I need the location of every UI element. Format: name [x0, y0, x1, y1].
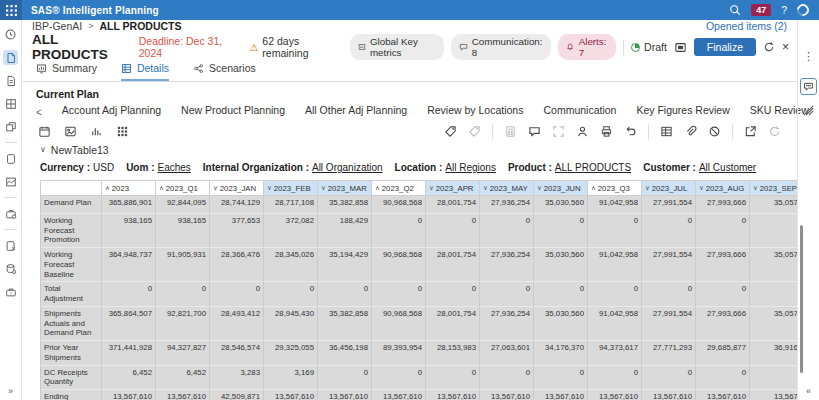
grid-cell[interactable]: 0 — [534, 282, 588, 306]
grid-cell[interactable]: 35,030,560 — [534, 248, 588, 282]
subtab-key-figures-review[interactable]: Key Figures Review — [636, 104, 729, 121]
grid-cell[interactable]: 938,165 — [156, 214, 210, 248]
grid-cell[interactable]: 27,991,554 — [642, 307, 696, 341]
sync-icon[interactable] — [768, 125, 781, 138]
grid-cell[interactable]: 27,993,666 — [696, 196, 750, 214]
filter-value[interactable]: Eaches — [157, 162, 190, 173]
comments-panel-button[interactable] — [800, 78, 817, 95]
grid-cell[interactable]: 13,567,610 — [102, 390, 156, 400]
column-header-2023-feb[interactable]: ∨2023_FEB — [264, 180, 318, 196]
grid-cell[interactable] — [750, 282, 797, 306]
history-icon[interactable] — [3, 27, 18, 42]
panel-view-button[interactable] — [674, 41, 687, 54]
collapse-caret-icon[interactable]: ∧ — [105, 184, 110, 192]
grid-cell[interactable]: 27,991,554 — [642, 248, 696, 282]
column-header-2023-jan[interactable]: ∨2023_JAN — [210, 180, 264, 196]
grid-cell[interactable]: 0 — [318, 366, 372, 390]
grid-cell[interactable]: 365,886,901 — [102, 196, 156, 214]
export-icon[interactable] — [744, 125, 757, 138]
grid-cell[interactable]: 13,567,610 — [534, 390, 588, 400]
expand-caret-icon[interactable]: ∨ — [267, 184, 272, 192]
filter-value[interactable]: ALL PRODUCTS — [555, 162, 631, 173]
grid-cell[interactable]: 28,001,754 — [426, 307, 480, 341]
grid-cell[interactable]: 27,993,666 — [696, 248, 750, 282]
column-header-2023-mar[interactable]: ∨2023_MAR — [318, 180, 372, 196]
collapse-caret-icon[interactable]: ∧ — [159, 184, 164, 192]
grid-cell[interactable]: 0 — [696, 366, 750, 390]
grid-cell[interactable]: 35,382,858 — [318, 307, 372, 341]
sidebar-item-documents[interactable] — [3, 73, 18, 88]
grid-cell[interactable] — [750, 214, 797, 248]
grid-cell[interactable]: 27,993,666 — [696, 307, 750, 341]
column-header-2023-q3[interactable]: ∧2023_Q3 — [588, 180, 642, 196]
column-header-2023-aug[interactable]: ∨2023_AUG — [696, 180, 750, 196]
grid-cell[interactable]: 0 — [426, 282, 480, 306]
grid-cell[interactable]: 91,042,958 — [588, 248, 642, 282]
column-header-2023-jul[interactable]: ∨2023_JUL — [642, 180, 696, 196]
subtab-all-other-adj-planning[interactable]: All Other Adj Planning — [305, 104, 407, 121]
grid-icon[interactable] — [116, 125, 129, 138]
search-icon[interactable] — [729, 4, 741, 16]
grid-cell[interactable]: 0 — [372, 282, 426, 306]
kebab-menu-icon[interactable]: ⋮ — [803, 51, 814, 62]
sidebar-item-data[interactable] — [3, 261, 18, 276]
grid-cell[interactable]: 0 — [372, 366, 426, 390]
column-header-2023-jun[interactable]: ∨2023_JUN — [534, 180, 588, 196]
grid-cell[interactable]: 13,567,610 — [372, 390, 426, 400]
refresh-icon[interactable] — [763, 41, 775, 53]
grid-cell[interactable]: 27,771,293 — [642, 341, 696, 365]
grid-cell[interactable]: 34,176,370 — [534, 341, 588, 365]
grid-cell[interactable]: 13,567,610 — [642, 390, 696, 400]
grid-cell[interactable]: 92,821,700 — [156, 307, 210, 341]
sidebar-item-plans[interactable] — [3, 50, 18, 65]
sidebar-item-case[interactable] — [3, 284, 18, 299]
grid-cell[interactable]: 36,456,198 — [318, 341, 372, 365]
subtab-prev-icon[interactable]: < — [36, 107, 42, 118]
grid-cell[interactable]: 377,653 — [210, 214, 264, 248]
expand-caret-icon[interactable]: ∨ — [483, 184, 488, 192]
grid-cell[interactable]: 0 — [642, 214, 696, 248]
sidebar-item-planning-bag[interactable] — [3, 206, 18, 221]
grid-cell[interactable]: 29,685,877 — [696, 341, 750, 365]
grid-cell[interactable]: 13,567,610 — [588, 390, 642, 400]
expand-caret-icon[interactable]: ∨ — [429, 184, 434, 192]
grid-cell[interactable]: 42,509,871 — [210, 390, 264, 400]
tag-settings-icon[interactable] — [468, 125, 481, 138]
grid-cell[interactable]: 28,493,412 — [210, 307, 264, 341]
sidebar-item-tables[interactable] — [3, 96, 18, 111]
expand-caret-icon[interactable]: ∨ — [699, 184, 704, 192]
calendar-icon[interactable] — [38, 125, 51, 138]
filter-value[interactable]: All Organization — [312, 162, 383, 173]
grid-cell[interactable]: 372,082 — [264, 214, 318, 248]
grid-cell[interactable]: 35,194,429 — [318, 248, 372, 282]
image-icon[interactable] — [64, 125, 77, 138]
grid-cell[interactable]: 0 — [102, 282, 156, 306]
grid-cell[interactable]: 94,373,617 — [588, 341, 642, 365]
expand-icon[interactable] — [552, 125, 565, 138]
grid-cell[interactable]: 28,945,430 — [264, 307, 318, 341]
sidebar-item-page-remove[interactable] — [3, 238, 18, 253]
grid-cell[interactable]: 35,057, — [750, 307, 797, 341]
tab-details[interactable]: Details — [121, 62, 169, 81]
filter-value[interactable]: All Regions — [445, 162, 496, 173]
grid-cell[interactable]: 0 — [480, 282, 534, 306]
table-icon[interactable] — [660, 125, 673, 138]
grid-cell[interactable]: 27,936,254 — [480, 307, 534, 341]
grid-cell[interactable]: 0 — [534, 366, 588, 390]
grid-cell[interactable]: 0 — [642, 366, 696, 390]
global-key-metrics-button[interactable]: Global Key metrics — [350, 34, 444, 60]
column-header-2023-q1[interactable]: ∧2023_Q1 — [156, 180, 210, 196]
subtab-review-by-locations[interactable]: Review by Locations — [427, 104, 523, 121]
user-icon[interactable] — [576, 125, 589, 138]
calculator-icon[interactable] — [504, 125, 517, 138]
subtab-new-product-planning[interactable]: New Product Planning — [181, 104, 285, 121]
subtab-communication[interactable]: Communication — [543, 104, 616, 121]
finalize-button[interactable]: Finalize — [694, 38, 756, 56]
attachment-icon[interactable] — [684, 125, 697, 138]
grid-cell[interactable]: 0 — [588, 282, 642, 306]
grid-cell[interactable]: 13,567,610 — [264, 390, 318, 400]
grid-cell[interactable]: 13,567,610 — [318, 390, 372, 400]
tab-scenarios[interactable]: Scenarios — [193, 62, 256, 81]
grid-cell[interactable]: 6,452 — [156, 366, 210, 390]
breadcrumb-parent[interactable]: IBP-GenAI — [32, 20, 82, 32]
